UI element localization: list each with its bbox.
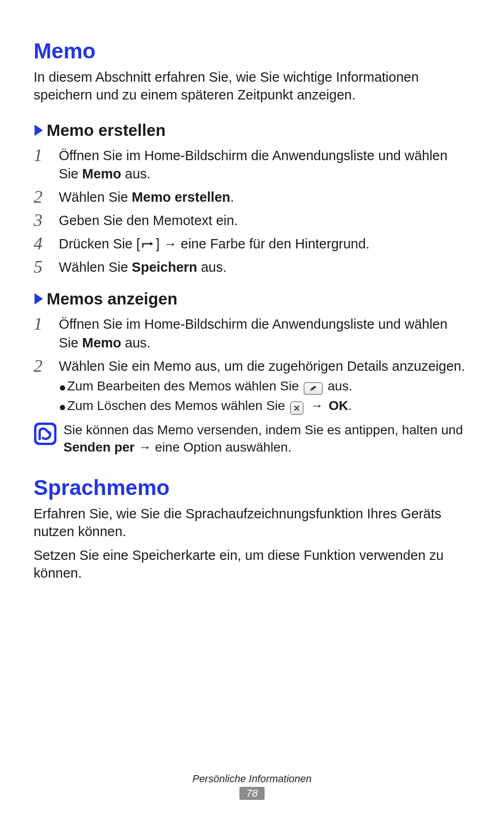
step-number: 3 bbox=[34, 210, 59, 229]
note-block: Sie können das Memo versenden, indem Sie… bbox=[34, 421, 470, 457]
svg-marker-1 bbox=[150, 242, 153, 246]
body-text: Erfahren Sie, wie Sie die Sprachaufzeich… bbox=[34, 505, 470, 541]
bullet-dot: ● bbox=[59, 379, 67, 393]
footer-page-number: 78 bbox=[239, 787, 265, 800]
note-text: Sie können das Memo versenden, indem Sie… bbox=[63, 421, 470, 457]
svg-marker-0 bbox=[35, 125, 43, 136]
step-text: Geben Sie den Memotext ein. bbox=[59, 210, 238, 230]
step-number: 2 bbox=[34, 356, 59, 375]
step: 4 Drücken Sie [] → eine Farbe für den Hi… bbox=[34, 233, 470, 253]
note-icon bbox=[34, 422, 57, 445]
subheading-text: Memos anzeigen bbox=[47, 290, 177, 308]
step-text: Wählen Sie ein Memo aus, um die zugehöri… bbox=[59, 356, 465, 417]
step: 5 Wählen Sie Speichern aus. bbox=[34, 257, 470, 276]
step-number: 1 bbox=[34, 145, 59, 164]
bullet-dot: ● bbox=[59, 398, 67, 413]
step: 1 Öffnen Sie im Home-Bildschirm die Anwe… bbox=[34, 314, 470, 352]
step-number: 1 bbox=[34, 314, 59, 332]
steps-memos-anzeigen: 1 Öffnen Sie im Home-Bildschirm die Anwe… bbox=[34, 314, 470, 416]
bullet: ● Zum Löschen des Memos wählen Sie → OK. bbox=[59, 397, 465, 415]
chevron-icon bbox=[34, 292, 44, 305]
delete-x-icon bbox=[290, 402, 303, 415]
sub-bullets: ● Zum Bearbeiten des Memos wählen Sie au… bbox=[59, 377, 465, 415]
step: 3 Geben Sie den Memotext ein. bbox=[34, 210, 470, 230]
bullet: ● Zum Bearbeiten des Memos wählen Sie au… bbox=[59, 377, 465, 395]
edit-pencil-icon bbox=[304, 382, 322, 395]
step-text: Drücken Sie [] → eine Farbe für den Hint… bbox=[59, 233, 370, 253]
steps-memo-erstellen: 1 Öffnen Sie im Home-Bildschirm die Anwe… bbox=[34, 145, 470, 277]
step-number: 2 bbox=[34, 187, 59, 205]
svg-marker-2 bbox=[35, 293, 43, 304]
subheading-memo-erstellen: Memo erstellen bbox=[34, 121, 470, 140]
heading-memo: Memo bbox=[34, 38, 470, 64]
chevron-icon bbox=[34, 124, 44, 137]
step-number: 4 bbox=[34, 233, 59, 252]
step-text: Öffnen Sie im Home-Bildschirm die Anwend… bbox=[59, 314, 470, 352]
step-text: Wählen Sie Memo erstellen. bbox=[59, 187, 234, 206]
subheading-text: Memo erstellen bbox=[47, 121, 166, 140]
page-footer: Persönliche Informationen 78 bbox=[0, 773, 504, 800]
heading-sprachmemo: Sprachmemo bbox=[34, 475, 470, 500]
step-text: Öffnen Sie im Home-Bildschirm die Anwend… bbox=[59, 145, 470, 183]
intro-text: In diesem Abschnitt erfahren Sie, wie Si… bbox=[34, 68, 470, 104]
step-number: 5 bbox=[34, 257, 59, 276]
document-page: Memo In diesem Abschnitt erfahren Sie, w… bbox=[0, 0, 504, 827]
step: 2 Wählen Sie ein Memo aus, um die zugehö… bbox=[34, 356, 470, 417]
step: 2 Wählen Sie Memo erstellen. bbox=[34, 187, 470, 206]
body-text: Setzen Sie eine Speicherkarte ein, um di… bbox=[34, 546, 470, 582]
back-key-icon bbox=[141, 241, 155, 250]
subheading-memos-anzeigen: Memos anzeigen bbox=[34, 290, 470, 308]
step: 1 Öffnen Sie im Home-Bildschirm die Anwe… bbox=[34, 145, 470, 183]
step-text: Wählen Sie Speichern aus. bbox=[59, 257, 226, 276]
footer-chapter: Persönliche Informationen bbox=[0, 773, 504, 785]
